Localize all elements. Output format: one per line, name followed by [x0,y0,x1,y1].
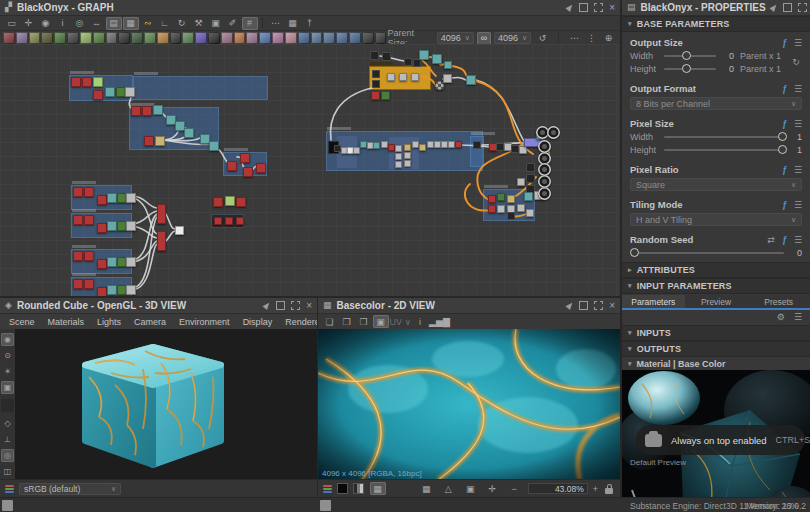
expose-parameter-icon[interactable]: ƒ [782,119,787,129]
lib-pattern-icon[interactable] [131,32,143,44]
menu-environment[interactable]: Environment [179,317,230,327]
output-material-basecolor[interactable]: ▾ Material | Base Color [622,357,810,370]
pin-icon[interactable] [769,3,778,12]
lib-terrain-icon[interactable] [182,32,194,44]
save-image-icon[interactable]: ❒ [339,315,355,328]
thumbnail-display-icon[interactable]: ▣ [208,17,224,30]
pin-icon[interactable] [566,301,575,310]
width-mode[interactable]: Parent x 1 [740,51,790,61]
pixel-grid-icon[interactable]: # [242,17,258,30]
graph-node[interactable] [71,77,81,87]
graph-node[interactable] [404,58,412,66]
zoom-out-icon[interactable]: − [506,482,522,495]
tab-preview[interactable]: Preview [685,295,748,308]
graph-node[interactable] [256,163,266,173]
graph-node[interactable] [225,217,233,225]
graph-node[interactable] [373,142,380,149]
graph-node[interactable] [142,106,152,116]
graph-node[interactable] [214,217,222,225]
expose-parameter-icon[interactable]: ƒ [782,84,787,94]
lib-function-icon[interactable] [349,32,361,44]
lib-sphere-icon[interactable] [170,32,182,44]
close-icon[interactable]: × [306,301,312,311]
parent-height-select[interactable]: 4096∨ [494,32,531,44]
expose-parameter-icon[interactable]: ƒ [782,38,787,48]
screenshot-icon[interactable]: ◉ [38,17,54,30]
light-bulb-icon[interactable]: ⊙ [1,349,14,362]
graph-node[interactable] [82,77,92,87]
graph-node[interactable] [126,193,136,203]
parent-width-select[interactable]: 4096∨ [437,32,474,44]
lib-tile-icon[interactable] [118,32,130,44]
graph-node[interactable] [444,61,452,69]
elbow-links-icon[interactable]: ∟ [157,17,173,30]
table-view-icon[interactable]: ▦ [285,17,301,30]
graph-node[interactable] [84,279,94,289]
graph-node[interactable] [153,105,163,115]
graph-node[interactable] [395,161,402,168]
lib-fx-map-icon[interactable] [323,32,335,44]
random-seed-value[interactable]: 0 [790,248,802,258]
graph-node[interactable] [507,212,515,220]
graph-node[interactable] [382,52,391,61]
graph-node[interactable] [488,205,496,213]
lock-zoom-icon[interactable] [605,488,613,494]
graph-node[interactable] [372,70,380,78]
resize-grip[interactable] [320,500,331,511]
lib-filter-icon[interactable] [285,32,297,44]
graph-node[interactable] [105,87,115,97]
wireframe-cube-icon[interactable]: ◫ [1,465,14,478]
list-options-icon[interactable]: ☰ [794,312,802,322]
graph-node[interactable] [395,145,402,152]
graph-node[interactable] [107,221,117,231]
graph-view-icon[interactable]: ▤ [106,17,122,30]
section-outputs[interactable]: ▾ OUTPUTS [622,341,810,357]
lib-grid-icon[interactable] [298,32,310,44]
curved-links-icon[interactable]: ↻ [174,17,190,30]
graph-node[interactable] [84,251,94,261]
graph-node[interactable] [388,144,395,151]
tiling-grid-icon[interactable]: ▦ [418,482,434,495]
graph-node[interactable] [73,251,83,261]
graph-node[interactable] [126,285,136,295]
graph-node[interactable] [413,59,421,67]
random-seed-slider[interactable] [630,252,784,254]
lib-value-icon[interactable] [208,32,220,44]
geometry-sphere-icon[interactable]: ◎ [1,449,14,462]
float-window-icon[interactable] [783,3,792,12]
graph-node[interactable] [411,73,419,81]
graph-node[interactable] [97,259,107,269]
lib-frame-icon[interactable] [375,32,387,44]
pin-node-icon[interactable]: † [302,17,318,30]
graph-node[interactable] [526,209,534,217]
pixel-width-value[interactable]: 1 [790,132,802,142]
view-2d-viewport[interactable]: 4096 x 4096 [RGBA, 16bpc] [318,329,620,480]
options-menu-icon[interactable]: ☰ [794,119,802,129]
menu-display[interactable]: Display [243,317,273,327]
graph-node[interactable] [240,153,250,163]
graph-node[interactable] [443,74,452,83]
section-base-parameters[interactable]: ▾ BASE PARAMETERS [622,16,810,32]
node-graph-canvas[interactable] [0,44,620,296]
lib-material-icon[interactable] [272,32,284,44]
color-management-icon[interactable] [5,485,14,493]
lib-noise-icon[interactable] [157,32,169,44]
fit-graph-icon[interactable]: ⊕ [601,32,617,45]
graph-node[interactable] [473,141,481,149]
view-2d-header[interactable]: ▦ Basecolor - 2D VIEW × [318,298,620,314]
lib-shuffle-icon[interactable] [41,32,53,44]
gear-icon[interactable]: ⚙ [777,312,785,322]
graph-node[interactable] [184,128,194,138]
lib-warning-icon[interactable] [234,32,246,44]
lib-color-wheel-icon[interactable] [195,32,207,44]
marquee-select-icon[interactable]: ▭ [4,17,20,30]
lib-slope-icon[interactable] [93,32,105,44]
graph-node[interactable] [441,141,448,148]
section-input-parameters[interactable]: ▾ INPUT PARAMETERS [622,278,810,294]
menu-materials[interactable]: Materials [48,317,85,327]
tab-presets[interactable]: Presets [747,295,810,308]
export-image-icon[interactable]: ❏ [322,315,338,328]
section-attributes[interactable]: ▸ ATTRIBUTES [622,262,810,278]
lib-scatter-icon[interactable] [144,32,156,44]
graph-node[interactable] [334,145,341,152]
